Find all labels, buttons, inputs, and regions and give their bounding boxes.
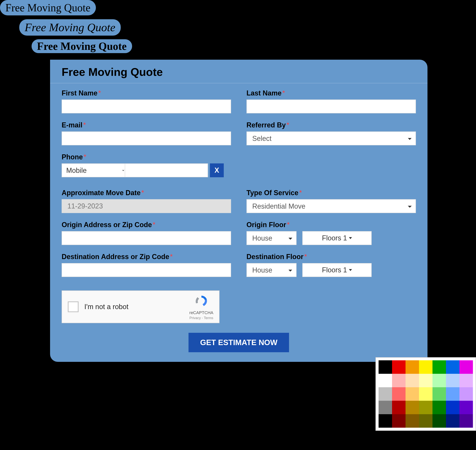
get-estimate-button[interactable]: GET ESTIMATE NOW	[189, 333, 289, 352]
destination-floor-count-dropdown[interactable]: Floors 1	[302, 263, 372, 277]
color-swatch[interactable]	[405, 374, 419, 387]
color-swatch[interactable]	[392, 360, 405, 374]
form-body: First Name* Last Name* E-mail* Referred …	[50, 83, 428, 362]
recaptcha-widget: I'm not a robot reCAPTCHA Privacy - Term…	[62, 290, 220, 323]
title-pill-serif: Free Moving Quote	[0, 0, 96, 15]
recaptcha-text: I'm not a robot	[84, 303, 189, 311]
color-swatch[interactable]	[419, 360, 433, 374]
color-swatch[interactable]	[433, 374, 446, 387]
required-star: *	[153, 221, 155, 229]
last-name-label: Last Name*	[246, 89, 416, 97]
required-star: *	[170, 253, 173, 261]
color-swatch[interactable]	[405, 401, 419, 414]
color-swatch[interactable]	[446, 414, 459, 428]
color-swatch[interactable]	[433, 387, 446, 401]
color-swatch[interactable]	[433, 360, 446, 374]
first-name-label: First Name*	[62, 89, 231, 97]
required-star: *	[83, 121, 86, 129]
color-swatch[interactable]	[419, 401, 433, 414]
recaptcha-icon	[192, 294, 211, 309]
color-swatch[interactable]	[433, 401, 446, 414]
first-name-input[interactable]	[62, 100, 231, 113]
recaptcha-privacy-terms[interactable]: Privacy - Terms	[189, 316, 213, 320]
color-swatch[interactable]	[392, 414, 405, 428]
color-swatch[interactable]	[392, 387, 405, 401]
destination-floor-count-label: Floors 1	[322, 266, 347, 274]
color-swatch[interactable]	[379, 374, 392, 387]
destination-address-input[interactable]	[62, 263, 231, 277]
required-star: *	[304, 253, 307, 261]
color-swatch[interactable]	[405, 360, 419, 374]
phone-remove-button[interactable]: X	[210, 163, 224, 177]
origin-address-input[interactable]	[62, 231, 231, 245]
color-swatch[interactable]	[379, 401, 392, 414]
origin-floor-type-select[interactable]: House	[246, 231, 297, 245]
color-swatch[interactable]	[459, 387, 473, 401]
phone-type-select[interactable]: Mobile	[62, 163, 125, 177]
color-swatch[interactable]	[459, 414, 473, 428]
required-star: *	[98, 89, 101, 97]
color-swatch[interactable]	[459, 374, 473, 387]
origin-floor-label: Origin Floor*	[246, 221, 416, 229]
color-swatch[interactable]	[419, 387, 433, 401]
color-swatch[interactable]	[379, 414, 392, 428]
caret-down-icon	[349, 237, 352, 239]
service-type-select[interactable]: Residential Move	[246, 199, 416, 213]
destination-address-label: Destination Address or Zip Code*	[62, 253, 231, 261]
required-star: *	[286, 121, 289, 129]
recaptcha-brand: reCAPTCHA Privacy - Terms	[189, 294, 213, 320]
phone-input-group: Mobile X	[62, 163, 231, 177]
required-star: *	[282, 89, 285, 97]
destination-floor-label: Destination Floor*	[246, 253, 416, 261]
origin-floor-count-label: Floors 1	[322, 234, 347, 242]
recaptcha-checkbox[interactable]	[68, 302, 78, 312]
last-name-input[interactable]	[246, 100, 416, 113]
move-date-label: Approximate Move Date*	[62, 189, 231, 197]
color-swatch[interactable]	[446, 387, 459, 401]
color-swatch[interactable]	[405, 387, 419, 401]
color-swatch[interactable]	[419, 374, 433, 387]
color-swatch[interactable]	[379, 360, 392, 374]
required-star: *	[83, 153, 86, 161]
required-star: *	[287, 221, 290, 229]
destination-floor-type-select[interactable]: House	[246, 263, 297, 277]
referred-by-label: Referred By*	[246, 121, 416, 129]
title-pill-comic: Free Moving Quote	[31, 38, 133, 54]
color-swatch[interactable]	[392, 401, 405, 414]
color-swatch[interactable]	[379, 387, 392, 401]
required-star: *	[299, 189, 302, 197]
title-pill-script: Free Moving Quote	[19, 19, 121, 36]
color-swatch[interactable]	[419, 414, 433, 428]
color-swatch[interactable]	[446, 401, 459, 414]
email-label: E-mail*	[62, 121, 231, 129]
color-swatch[interactable]	[446, 374, 459, 387]
required-star: *	[141, 189, 144, 197]
color-swatch[interactable]	[405, 414, 419, 428]
referred-by-select[interactable]: Select	[246, 131, 416, 145]
form-title: Free Moving Quote	[50, 60, 428, 83]
origin-address-label: Origin Address or Zip Code*	[62, 221, 231, 229]
color-swatch[interactable]	[459, 401, 473, 414]
quote-form-card: Free Moving Quote First Name* Last Name*…	[50, 60, 428, 362]
phone-number-input[interactable]	[125, 163, 208, 177]
color-swatch[interactable]	[446, 360, 459, 374]
move-date-input[interactable]	[62, 199, 231, 213]
color-palette	[375, 357, 476, 431]
caret-down-icon	[349, 269, 352, 271]
recaptcha-brand-label: reCAPTCHA	[189, 310, 213, 315]
origin-floor-count-dropdown[interactable]: Floors 1	[302, 231, 372, 245]
color-swatch[interactable]	[433, 414, 446, 428]
phone-label: Phone*	[62, 153, 231, 161]
color-swatch[interactable]	[459, 360, 473, 374]
email-input[interactable]	[62, 131, 231, 145]
service-type-label: Type Of Service*	[246, 189, 416, 197]
color-swatch[interactable]	[392, 374, 405, 387]
